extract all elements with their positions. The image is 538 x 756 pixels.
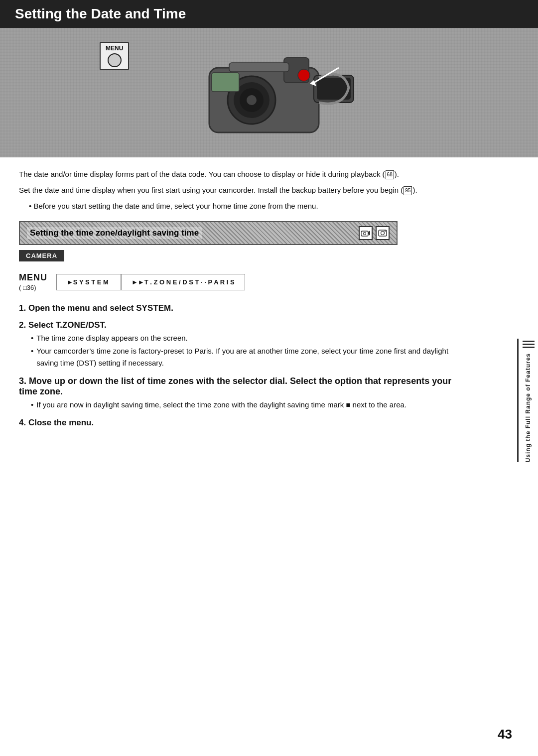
menu-label: MENU: [19, 272, 47, 283]
page-number: 43: [498, 727, 512, 742]
svg-rect-9: [229, 63, 289, 72]
step-4: 4. Close the menu.: [19, 418, 469, 428]
step-2-heading: 2. Select T.ZONE/DST.: [19, 320, 469, 330]
step-3-bullets: • If you are now in daylight saving time…: [31, 399, 469, 411]
photo-icon-box: [376, 226, 390, 240]
intro-bullet: • Before you start setting the date and …: [29, 200, 469, 212]
svg-rect-12: [212, 73, 239, 92]
ref-95: 95: [404, 186, 412, 195]
step-3-heading: 3. Move up or down the list of time zone…: [19, 376, 469, 397]
side-tab-line-1: [523, 341, 535, 342]
side-tab-line-3: [523, 347, 535, 348]
step-2-bullet-1: • The time zone display appears on the s…: [31, 332, 469, 344]
photo-icon: [378, 229, 387, 237]
step-1-heading: 1. Open the menu and select SYSTEM.: [19, 303, 469, 313]
tzone-menu-box: ►►T . Z O N E / D S T · · P A R I S: [121, 274, 245, 290]
camcorder-image: [0, 28, 538, 157]
main-content: The date and/or time display forms part …: [0, 157, 488, 446]
section-header-timezone: Setting the time zone/daylight saving ti…: [19, 221, 398, 245]
camera-image-area: MENU: [0, 28, 538, 157]
step-1: 1. Open the menu and select SYSTEM.: [19, 303, 469, 313]
step-3-bullet-1: • If you are now in daylight saving time…: [31, 399, 469, 411]
svg-point-4: [247, 95, 257, 105]
side-tab-label: Using the Full Range of Features: [525, 353, 533, 462]
intro-para2: Set the date and time display when you f…: [19, 184, 469, 196]
step-4-heading: 4. Close the menu.: [19, 418, 469, 428]
camera-icon: [361, 230, 370, 237]
menu-button-circle: [108, 53, 122, 67]
section-header-text: Setting the time zone/daylight saving ti…: [27, 227, 202, 239]
svg-point-18: [385, 231, 386, 232]
menu-diagram: MENU ( □36) ►S Y S T E M ►►T . Z O N E /…: [19, 272, 469, 291]
menu-page-ref: ( □36): [19, 284, 36, 291]
menu-button-overlay: MENU: [100, 42, 129, 70]
menu-label-box: MENU ( □36): [19, 272, 47, 291]
system-menu-box: ►S Y S T E M: [56, 274, 121, 290]
step-2-bullet-2: • Your camcorder’s time zone is factory-…: [31, 345, 469, 369]
svg-rect-13: [361, 231, 368, 236]
section-header-icons: [359, 226, 390, 240]
steps-section: 1. Open the menu and select SYSTEM. 2. S…: [19, 303, 469, 428]
side-tab-bar: Using the Full Range of Features: [517, 339, 538, 462]
camera-icon-box: [359, 226, 373, 240]
svg-point-17: [381, 232, 385, 235]
page-title: Setting the Date and Time: [0, 0, 538, 28]
side-tab-line-2: [523, 344, 535, 345]
intro-para1: The date and/or time display forms part …: [19, 168, 469, 180]
step-2-bullets: • The time zone display appears on the s…: [31, 332, 469, 369]
svg-point-8: [298, 69, 310, 81]
svg-point-15: [364, 233, 366, 235]
step-3: 3. Move up or down the list of time zone…: [19, 376, 469, 411]
step-2: 2. Select T.ZONE/DST. • The time zone di…: [19, 320, 469, 369]
camcorder-svg: [159, 38, 379, 147]
ref-68: 68: [386, 170, 394, 179]
side-tab-lines: [523, 341, 535, 348]
camera-badge: CAMERA: [19, 250, 64, 261]
